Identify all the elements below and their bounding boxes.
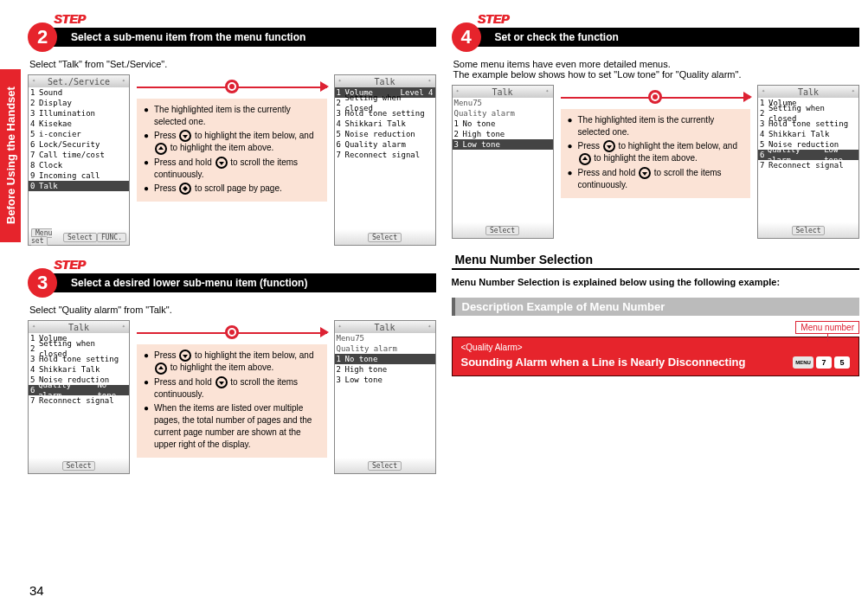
arrow-right-icon bbox=[320, 81, 329, 92]
note-text: When the items are listed over multiple … bbox=[154, 402, 320, 451]
down-key-icon bbox=[179, 350, 191, 362]
step-title: Select a sub-menu item from the menu fun… bbox=[52, 28, 436, 47]
section-body: Menu Number Selection is explained below… bbox=[452, 277, 860, 287]
phone-screen-after: Talk1Volume2Setting when closed3Hold ton… bbox=[757, 85, 859, 239]
step-intro: Select "Talk" from "Set./Service". bbox=[29, 59, 436, 69]
down-key-icon bbox=[639, 167, 651, 179]
up-key-icon bbox=[155, 143, 167, 155]
page-number: 34 bbox=[29, 583, 44, 598]
center-key-icon bbox=[648, 90, 662, 104]
step-2-block: STEP 2 Select a sub-menu item from the m… bbox=[28, 12, 436, 246]
note-text: The highlighted item is the currently se… bbox=[154, 104, 320, 128]
notes-box: ●The highlighted item is the currently s… bbox=[561, 109, 751, 198]
menu-number-main-text: Sounding Alarm when a Line is Nearly Dis… bbox=[461, 356, 746, 369]
step-intro: Some menu items have even more detailed … bbox=[453, 59, 860, 80]
menu-number-example: Menu number <Quality Alarm> Sounding Ala… bbox=[452, 337, 860, 376]
step-intro: Select "Quality alarm" from "Talk". bbox=[29, 305, 436, 315]
notes-box: ●The highlighted item is the currently s… bbox=[137, 99, 327, 202]
side-tab: Before Using the Handset bbox=[0, 69, 21, 242]
center-key-icon bbox=[225, 80, 239, 93]
center-key-icon bbox=[225, 325, 239, 339]
note-text: The highlighted item is the currently se… bbox=[578, 114, 744, 138]
phone-screen-before: Set./Service1Sound2Display3Illumination4… bbox=[28, 74, 130, 246]
down-key-icon bbox=[179, 130, 191, 142]
down-key-icon bbox=[215, 157, 228, 169]
step-4-block: STEP 4 Set or check the function Some me… bbox=[452, 12, 860, 239]
digit-keycap: 5 bbox=[834, 356, 850, 369]
key-sequence: MENU 7 5 bbox=[793, 356, 850, 369]
down-key-icon bbox=[603, 140, 615, 152]
phone-screen-after: Talk1VolumeLevel 42Setting when closed3H… bbox=[334, 74, 436, 246]
step-title: Set or check the function bbox=[476, 28, 860, 47]
arrow-right-icon bbox=[320, 327, 329, 337]
right-column: STEP 4 Set or check the function Some me… bbox=[452, 0, 860, 484]
menu-number-label: Menu number bbox=[795, 321, 859, 334]
step-number: 2 bbox=[28, 22, 57, 52]
leftright-key-icon bbox=[179, 183, 191, 195]
down-key-icon bbox=[215, 376, 228, 388]
up-key-icon bbox=[155, 362, 167, 375]
section-heading: Menu Number Selection bbox=[452, 251, 860, 270]
phone-screen-after: TalkMenu75Quality alarm1No tone2High ton… bbox=[334, 320, 436, 474]
arrow-right-icon bbox=[743, 92, 752, 102]
subheading: Description Example of Menu Number bbox=[452, 298, 860, 316]
step-title: Select a desired lower sub-menu item (fu… bbox=[52, 273, 436, 292]
step-number: 3 bbox=[28, 268, 57, 298]
digit-keycap: 7 bbox=[816, 356, 832, 369]
breadcrumb: <Quality Alarm> bbox=[461, 343, 851, 352]
step-3-block: STEP 3 Select a desired lower sub-menu i… bbox=[28, 258, 436, 474]
left-column: STEP 2 Select a sub-menu item from the m… bbox=[28, 0, 436, 484]
menu-keycap: MENU bbox=[793, 356, 813, 369]
up-key-icon bbox=[579, 153, 591, 165]
phone-screen-before: TalkMenu75Quality alarm1No tone2High ton… bbox=[452, 85, 554, 239]
phone-screen-before: Talk1Volume2Setting when closed3Hold ton… bbox=[28, 320, 130, 474]
notes-box: ●Press to highlight the item below, and … bbox=[137, 344, 327, 458]
step-number: 4 bbox=[452, 22, 481, 52]
